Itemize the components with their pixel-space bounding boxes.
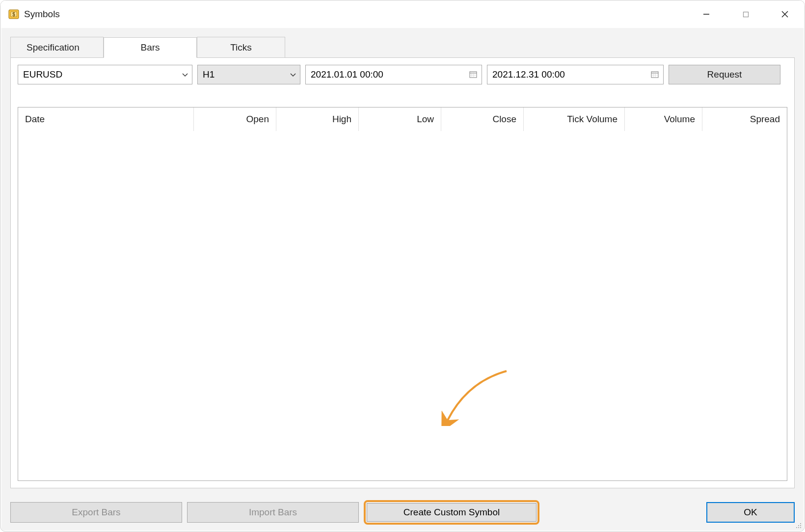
svg-point-18 (798, 525, 799, 526)
bars-table: Date Open High Low Close Tick Volume Vol… (18, 107, 787, 481)
app-icon: $ (8, 9, 19, 20)
svg-point-20 (796, 527, 797, 528)
symbol-select-value: EURUSD (23, 69, 62, 80)
calendar-icon[interactable] (469, 70, 478, 79)
symbols-window: $ Symbols Specification Bars Ticks (0, 0, 805, 532)
close-button[interactable] (765, 0, 805, 28)
window-controls (687, 0, 805, 28)
table-body-empty (18, 131, 787, 480)
column-date[interactable]: Date (18, 107, 194, 131)
create-custom-symbol-button[interactable]: Create Custom Symbol (367, 503, 537, 522)
timeframe-select[interactable]: H1 (197, 65, 300, 84)
chevron-down-icon (182, 71, 188, 79)
ok-button[interactable]: OK (706, 502, 795, 523)
tab-bars[interactable]: Bars (104, 37, 197, 58)
column-low[interactable]: Low (359, 107, 441, 131)
column-open[interactable]: Open (194, 107, 276, 131)
request-button[interactable]: Request (669, 65, 780, 84)
svg-point-22 (800, 527, 801, 528)
svg-text:$: $ (12, 12, 15, 17)
chevron-down-icon (290, 71, 296, 79)
tabs: Specification Bars Ticks (10, 37, 795, 57)
export-bars-button[interactable]: Export Bars (10, 502, 182, 523)
date-to-input[interactable]: 2021.12.31 00:00 (487, 65, 664, 84)
tab-ticks[interactable]: Ticks (197, 37, 285, 57)
window-title: Symbols (24, 9, 60, 20)
column-tick-volume[interactable]: Tick Volume (524, 107, 625, 131)
footer-buttons: Export Bars Import Bars Create Custom Sy… (10, 500, 795, 525)
column-volume[interactable]: Volume (625, 107, 702, 131)
svg-point-19 (800, 525, 801, 526)
timeframe-select-value: H1 (203, 69, 215, 80)
table-header: Date Open High Low Close Tick Volume Vol… (18, 107, 787, 131)
svg-point-17 (800, 523, 801, 524)
annotation-highlight: Create Custom Symbol (364, 500, 539, 525)
import-bars-button[interactable]: Import Bars (187, 502, 359, 523)
svg-rect-12 (651, 72, 658, 78)
svg-rect-7 (470, 72, 477, 78)
column-spread[interactable]: Spread (702, 107, 787, 131)
maximize-button[interactable] (726, 0, 765, 28)
svg-point-21 (798, 527, 799, 528)
resize-grip[interactable] (795, 522, 802, 529)
date-from-value: 2021.01.01 00:00 (311, 69, 383, 80)
symbol-select[interactable]: EURUSD (18, 65, 192, 84)
client-area: Specification Bars Ticks EURUSD H1 (1, 28, 804, 531)
column-high[interactable]: High (276, 107, 359, 131)
minimize-button[interactable] (687, 0, 726, 28)
date-from-input[interactable]: 2021.01.01 00:00 (305, 65, 482, 84)
date-to-value: 2021.12.31 00:00 (492, 69, 565, 80)
column-close[interactable]: Close (441, 107, 524, 131)
titlebar: $ Symbols (0, 0, 805, 28)
tab-specification[interactable]: Specification (10, 37, 104, 57)
calendar-icon[interactable] (650, 70, 659, 79)
filter-controls: EURUSD H1 2021.01.01 00:00 (18, 65, 787, 84)
svg-rect-4 (743, 12, 748, 17)
bars-panel: EURUSD H1 2021.01.01 00:00 (10, 57, 795, 488)
